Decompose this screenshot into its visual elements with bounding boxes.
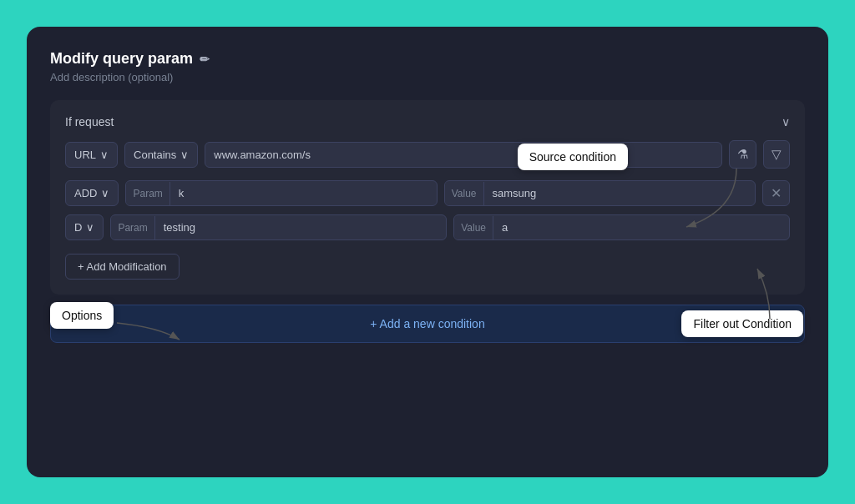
param-group-1: Param xyxy=(125,180,437,206)
page-title: Modify query param xyxy=(50,50,193,68)
source-condition-callout: Source condition xyxy=(518,144,628,170)
url-dropdown[interactable]: URL ∨ xyxy=(65,142,118,168)
filter-icon: ▽ xyxy=(772,147,782,162)
contains-dropdown[interactable]: Contains ∨ xyxy=(124,142,198,168)
add-row-2: D ∨ xyxy=(65,214,104,240)
value-group-2: Value xyxy=(453,214,790,240)
add-label-1: ADD xyxy=(74,187,97,199)
add-dropdown-1[interactable]: ADD ∨ xyxy=(65,180,119,206)
param-input-1[interactable] xyxy=(170,181,437,205)
edit-icon[interactable]: ✏ xyxy=(200,53,210,66)
add-dropdown-2[interactable]: D ∨ xyxy=(65,214,104,240)
param-label-1: Param xyxy=(126,182,169,205)
title-row: Modify query param ✏ xyxy=(50,50,805,68)
if-request-label: If request xyxy=(65,115,114,129)
url-value-input[interactable] xyxy=(205,142,722,168)
add-row-1: ADD ∨ xyxy=(65,180,119,206)
contains-chevron-icon: ∨ xyxy=(180,149,189,161)
options-callout: Options xyxy=(50,302,114,329)
value-input-2[interactable] xyxy=(493,215,789,239)
filter-condition-callout: Filter out Condition xyxy=(681,310,803,337)
url-chevron-icon: ∨ xyxy=(100,149,109,161)
lab-icon: ⚗ xyxy=(737,147,748,162)
value-label-2: Value xyxy=(454,216,493,239)
value-group-1: Value xyxy=(444,180,756,206)
condition-row: URL ∨ Contains ∨ ⚗ ▽ xyxy=(65,140,790,169)
add-chevron-icon-1: ∨ xyxy=(101,187,109,199)
add-modification-button[interactable]: + Add Modification xyxy=(65,254,180,280)
value-input-1[interactable] xyxy=(484,181,755,205)
main-card: Modify query param ✏ Add description (op… xyxy=(27,27,828,477)
condition-card: If request ∨ URL ∨ Contains ∨ ⚗ ▽ xyxy=(50,100,805,295)
add-chevron-icon-2: ∨ xyxy=(86,221,94,234)
chevron-down-icon[interactable]: ∨ xyxy=(782,115,790,129)
modification-row-1: ADD ∨ Param Value ✕ xyxy=(65,180,790,206)
modification-row-2: D ∨ Param Value xyxy=(65,214,790,240)
lab-icon-button[interactable]: ⚗ xyxy=(729,140,756,169)
close-icon-1: ✕ xyxy=(771,185,782,201)
add-label-2: D xyxy=(74,221,82,234)
param-label-2: Param xyxy=(111,216,154,239)
if-request-row: If request ∨ xyxy=(65,115,790,129)
param-input-2[interactable] xyxy=(155,215,446,239)
param-group-2: Param xyxy=(110,214,447,240)
close-button-1[interactable]: ✕ xyxy=(762,180,790,206)
filter-icon-button[interactable]: ▽ xyxy=(763,140,790,169)
page-subtitle: Add description (optional) xyxy=(50,71,805,83)
value-label-1: Value xyxy=(445,182,484,205)
